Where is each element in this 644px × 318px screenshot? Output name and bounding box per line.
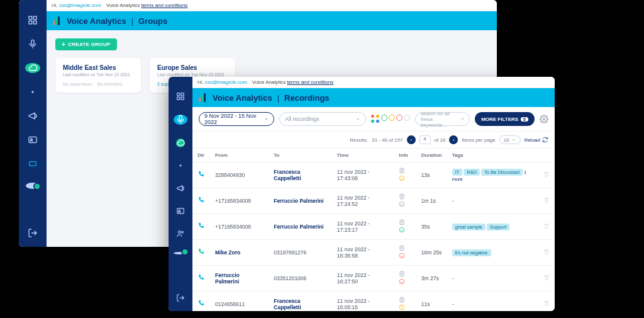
titlebar: Voice Analytics | Recordings <box>192 88 555 107</box>
svg-point-17 <box>179 231 181 234</box>
svg-point-26 <box>400 227 405 232</box>
topstrip: Hi, css@imagicle.com Voice Analytics ter… <box>192 77 555 88</box>
app-title: Voice Analytics <box>213 93 272 103</box>
topstrip: Hi, css@imagicle.com Voice Analytics ter… <box>47 0 497 11</box>
sad-face-icon[interactable] <box>396 115 402 121</box>
tags-cell: - <box>447 292 538 312</box>
info-cell <box>394 188 416 214</box>
dashboard-icon[interactable] <box>176 92 185 101</box>
time-cell: 11 nov 2022 - 17:43:06 <box>332 162 394 188</box>
toolbar: 9 Nov 2022 - 15 Nov 2022 All recordings … <box>192 107 555 132</box>
app-logo-icon <box>199 93 208 102</box>
reload-button[interactable]: Reload <box>525 137 548 143</box>
card-icon[interactable] <box>28 159 38 169</box>
dot-icon[interactable] <box>176 161 185 170</box>
to-cell: Ferruccio Palmerini <box>269 214 332 240</box>
gear-icon[interactable] <box>540 115 548 123</box>
date-range-select[interactable]: 9 Nov 2022 - 15 Nov 2022 <box>199 112 274 126</box>
delete-button[interactable] <box>538 214 555 240</box>
info-cell <box>394 266 416 292</box>
create-group-button[interactable]: CREATE GROUP <box>55 38 117 50</box>
na-face-icon[interactable] <box>404 115 410 121</box>
pager: Results: 31 - 40 of 157 ‹ 4 of 16 › Item… <box>192 132 555 149</box>
delete-button[interactable] <box>538 162 555 188</box>
neutral-face-icon[interactable] <box>389 115 395 121</box>
svg-rect-12 <box>181 97 184 99</box>
table-row[interactable]: +17165834008Ferruccio Palmerini11 nov 20… <box>192 214 555 240</box>
delete-button[interactable] <box>538 240 555 266</box>
sidenav <box>19 0 47 247</box>
svg-rect-11 <box>177 97 180 99</box>
svg-point-28 <box>400 253 405 258</box>
table-row[interactable]: +17165834008Ferruccio Palmerini11 nov 20… <box>192 188 555 214</box>
megaphone-icon[interactable] <box>176 184 185 193</box>
page-input[interactable]: 4 <box>419 135 431 144</box>
cloud-icon[interactable] <box>25 63 40 73</box>
table-row[interactable]: Mike Zoro0319769127611 nov 2022 - 16:36:… <box>192 240 555 266</box>
user-card-icon[interactable] <box>176 207 185 215</box>
time-cell: 11 nov 2022 - 16:36:58 <box>332 240 394 266</box>
megaphone-icon[interactable] <box>28 111 38 121</box>
happy-face-icon[interactable] <box>381 115 387 121</box>
logout-icon[interactable] <box>28 228 38 238</box>
time-cell: 11 nov 2022 - 16:05:15 <box>332 292 394 312</box>
direction-icon <box>197 251 205 257</box>
cloud-icon[interactable] <box>176 139 185 147</box>
table-row[interactable]: 3288404930Francesca Cappelletti11 nov 20… <box>192 162 555 188</box>
direction-icon <box>197 276 205 283</box>
from-cell: Ferruccio Palmerini <box>210 266 269 292</box>
table-row[interactable]: Ferruccio Palmerini0335120100611 nov 202… <box>192 266 555 292</box>
to-cell: 03197691276 <box>269 240 332 266</box>
from-cell: 3288404930 <box>210 162 269 188</box>
grid-icon[interactable] <box>371 115 380 123</box>
more-filters-button[interactable]: MORE FILTERS 0 <box>475 112 535 126</box>
dot-icon[interactable] <box>28 87 38 97</box>
duration-cell: 11s <box>416 292 447 312</box>
users-icon[interactable] <box>176 229 185 238</box>
recordings-filter-select[interactable]: All recordings <box>279 112 366 126</box>
from-cell: +17165834008 <box>210 214 269 240</box>
logout-icon[interactable] <box>176 293 185 302</box>
svg-rect-8 <box>30 162 36 166</box>
prev-page-button[interactable]: ‹ <box>407 135 416 144</box>
terms-link[interactable]: terms and conditions <box>141 3 187 8</box>
svg-point-16 <box>179 210 180 211</box>
direction-icon <box>197 225 205 231</box>
delete-button[interactable] <box>538 188 555 214</box>
search-input[interactable]: search for all these keywords... <box>415 112 470 126</box>
items-per-page-select[interactable]: 10 <box>499 135 521 144</box>
svg-point-18 <box>181 231 183 233</box>
svg-rect-0 <box>29 16 32 20</box>
group-card[interactable]: Middle East Sales Last modified on Tue N… <box>55 58 141 93</box>
page-title: Groups <box>138 16 167 26</box>
next-page-button[interactable]: › <box>449 135 458 144</box>
mic-icon[interactable] <box>28 39 38 49</box>
from-cell: +17165834008 <box>210 188 269 214</box>
user-card-icon[interactable] <box>28 135 38 145</box>
user-email: css@imagicle.com <box>205 79 247 85</box>
page-title: Recordings <box>284 93 330 103</box>
titlebar: Voice Analytics | Groups <box>47 11 497 30</box>
duration-cell: 1m 1s <box>416 188 447 214</box>
recordings-window: Hi, css@imagicle.com Voice Analytics ter… <box>169 77 555 311</box>
delete-button[interactable] <box>538 266 555 292</box>
info-cell <box>394 214 416 240</box>
to-cell: 03351201006 <box>269 266 332 292</box>
info-cell <box>394 240 416 266</box>
time-cell: 11 nov 2022 - 17:23:17 <box>332 214 394 240</box>
avatar[interactable] <box>174 252 187 254</box>
delete-button[interactable] <box>538 292 555 312</box>
avatar[interactable] <box>26 183 40 189</box>
duration-cell: 16m 25s <box>416 240 447 266</box>
svg-rect-10 <box>181 93 184 96</box>
table-row[interactable]: 0124656611Francesca Cappelletti11 nov 20… <box>192 292 555 312</box>
svg-rect-4 <box>31 40 34 45</box>
terms-link[interactable]: terms and conditions <box>287 79 333 85</box>
dashboard-icon[interactable] <box>28 15 38 25</box>
tags-cell: it's not negative <box>447 240 538 266</box>
recordings-table: Dir From To Time Info Duration Tags 3288… <box>192 149 555 311</box>
mic-icon[interactable] <box>174 115 187 125</box>
duration-cell: 13s <box>416 162 447 188</box>
sentiment-filter[interactable] <box>371 115 410 123</box>
duration-cell: 35s <box>416 214 447 240</box>
